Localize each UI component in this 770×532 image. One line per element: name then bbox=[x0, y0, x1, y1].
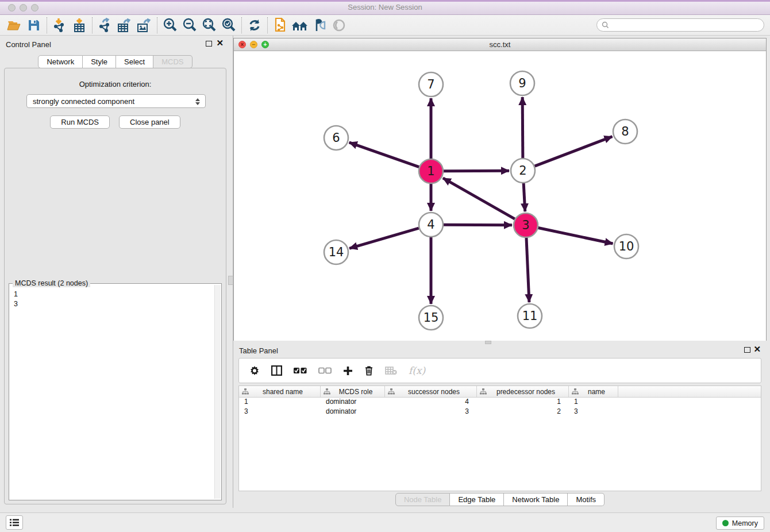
graph-node-8[interactable]: 8 bbox=[613, 119, 637, 144]
graph-node-9[interactable]: 9 bbox=[510, 71, 534, 95]
edge-3-11[interactable] bbox=[526, 238, 529, 302]
mcds-result-text[interactable]: 1 3 bbox=[10, 286, 214, 499]
close-panel-icon[interactable]: ✕ bbox=[753, 344, 761, 354]
graph-node-11[interactable]: 11 bbox=[518, 304, 542, 328]
edge-3-10[interactable] bbox=[538, 228, 613, 244]
svg-text:6: 6 bbox=[332, 131, 340, 145]
table-row[interactable]: 3dominator323 bbox=[239, 407, 761, 417]
table-cell[interactable]: dominator bbox=[321, 398, 385, 407]
column-header-MCDS-role[interactable]: MCDS role bbox=[321, 386, 385, 397]
zoom-out-button[interactable] bbox=[180, 17, 199, 34]
delete-table-icon[interactable] bbox=[385, 366, 397, 375]
tab-edge-table[interactable]: Edge Table bbox=[450, 493, 504, 506]
optimization-criterion-select[interactable]: strongly connected component bbox=[26, 94, 206, 108]
tab-style[interactable]: Style bbox=[83, 55, 116, 68]
memory-label: Memory bbox=[732, 519, 758, 527]
save-session-button[interactable] bbox=[24, 17, 44, 34]
memory-status-icon bbox=[722, 520, 729, 526]
graph-node-14[interactable]: 14 bbox=[324, 240, 348, 264]
svg-text:10: 10 bbox=[619, 240, 634, 253]
tab-select[interactable]: Select bbox=[116, 55, 153, 68]
column-header-shared-name[interactable]: shared name bbox=[239, 386, 321, 397]
clone-network-button[interactable] bbox=[271, 17, 290, 34]
deselect-all-icon[interactable] bbox=[318, 367, 332, 374]
refresh-layout-button[interactable] bbox=[245, 17, 264, 34]
tab-network-table[interactable]: Network Table bbox=[504, 493, 568, 506]
node-table[interactable]: shared nameMCDS rolesuccessor nodesprede… bbox=[238, 385, 761, 491]
table-cell[interactable]: 3 bbox=[385, 407, 477, 417]
control-panel: Control Panel ✕ Network Style Select MCD… bbox=[0, 36, 230, 508]
splitter-grip[interactable] bbox=[228, 276, 233, 285]
import-table-button[interactable] bbox=[70, 17, 89, 34]
table-cell[interactable]: dominator bbox=[321, 407, 385, 417]
export-network-button[interactable] bbox=[95, 17, 115, 34]
svg-text:14: 14 bbox=[329, 245, 344, 259]
export-table-button[interactable] bbox=[115, 17, 134, 34]
toolbar-separator bbox=[92, 17, 93, 33]
table-cell[interactable]: 3 bbox=[569, 407, 618, 417]
optimization-criterion-value: strongly connected component bbox=[33, 97, 134, 106]
column-header-name[interactable]: name bbox=[569, 386, 618, 397]
table-cell[interactable]: 2 bbox=[477, 407, 569, 417]
tab-motifs[interactable]: Motifs bbox=[568, 493, 605, 506]
graph-node-6[interactable]: 6 bbox=[324, 126, 348, 150]
table-cell[interactable]: 1 bbox=[239, 398, 321, 407]
edge-3-1[interactable] bbox=[443, 178, 515, 219]
first-neighbors-button[interactable] bbox=[290, 17, 310, 34]
close-panel-button[interactable]: Close panel bbox=[119, 115, 180, 129]
memory-button[interactable]: Memory bbox=[716, 516, 764, 530]
tab-network[interactable]: Network bbox=[38, 55, 83, 68]
export-image-button[interactable] bbox=[134, 17, 154, 34]
graph-node-7[interactable]: 7 bbox=[419, 72, 443, 97]
graph-node-4[interactable]: 4 bbox=[419, 213, 443, 237]
run-mcds-button[interactable]: Run MCDS bbox=[50, 115, 110, 129]
zoom-fit-button[interactable] bbox=[199, 17, 219, 34]
edge-4-14[interactable] bbox=[349, 228, 419, 248]
zoom-selected-button[interactable] bbox=[219, 17, 238, 34]
edge-2-3[interactable] bbox=[523, 183, 525, 211]
gear-icon[interactable] bbox=[249, 365, 260, 376]
graph-node-1[interactable]: 1 bbox=[419, 159, 443, 183]
column-header-predecessor-nodes[interactable]: predecessor nodes bbox=[477, 386, 569, 397]
column-header-successor-nodes[interactable]: successor nodes bbox=[385, 386, 477, 397]
zoom-in-button[interactable] bbox=[160, 17, 180, 34]
tab-mcds[interactable]: MCDS bbox=[153, 55, 192, 68]
import-network-button[interactable] bbox=[50, 17, 70, 34]
table-cell[interactable]: 4 bbox=[385, 398, 477, 407]
edge-2-9[interactable] bbox=[522, 97, 523, 158]
table-cell[interactable]: 1 bbox=[569, 398, 618, 407]
graph-node-10[interactable]: 10 bbox=[614, 234, 638, 259]
edge-4-3[interactable] bbox=[444, 225, 512, 225]
search-box[interactable] bbox=[596, 18, 764, 32]
table-toolbar: f(x) bbox=[238, 358, 761, 383]
delete-icon[interactable] bbox=[364, 365, 374, 376]
show-hide-button[interactable] bbox=[310, 17, 329, 34]
tab-node-table[interactable]: Node Table bbox=[395, 493, 451, 506]
zoom-out-icon bbox=[182, 18, 197, 33]
edge-1-6[interactable] bbox=[349, 142, 419, 167]
control-panel-title: Control Panel bbox=[6, 40, 51, 49]
edge-2-8[interactable] bbox=[535, 137, 613, 167]
graph-node-3[interactable]: 3 bbox=[514, 213, 538, 237]
edge-1-2[interactable] bbox=[444, 171, 509, 171]
network-window-titlebar[interactable]: × − + scc.txt bbox=[234, 38, 766, 51]
graph-node-2[interactable]: 2 bbox=[511, 159, 535, 183]
function-builder-icon[interactable]: f(x) bbox=[409, 365, 425, 376]
select-all-icon[interactable] bbox=[294, 367, 307, 374]
float-panel-icon[interactable] bbox=[206, 41, 212, 47]
graph-node-15[interactable]: 15 bbox=[419, 306, 443, 330]
columns-icon[interactable] bbox=[271, 365, 282, 376]
table-cell[interactable]: 3 bbox=[239, 407, 321, 417]
table-cell[interactable]: 1 bbox=[477, 398, 569, 407]
eye-disabled-button[interactable] bbox=[329, 17, 349, 34]
task-history-button[interactable] bbox=[6, 515, 23, 530]
search-input[interactable] bbox=[609, 19, 764, 31]
close-panel-icon[interactable]: ✕ bbox=[216, 38, 224, 48]
add-column-icon[interactable] bbox=[343, 366, 353, 376]
float-panel-icon[interactable] bbox=[744, 347, 750, 353]
svg-text:2: 2 bbox=[519, 164, 526, 178]
network-canvas[interactable]: 1234678910111415 bbox=[234, 51, 766, 341]
result-scrollbar[interactable] bbox=[214, 285, 221, 499]
table-row[interactable]: 1dominator411 bbox=[239, 398, 761, 407]
open-file-button[interactable] bbox=[5, 17, 24, 34]
